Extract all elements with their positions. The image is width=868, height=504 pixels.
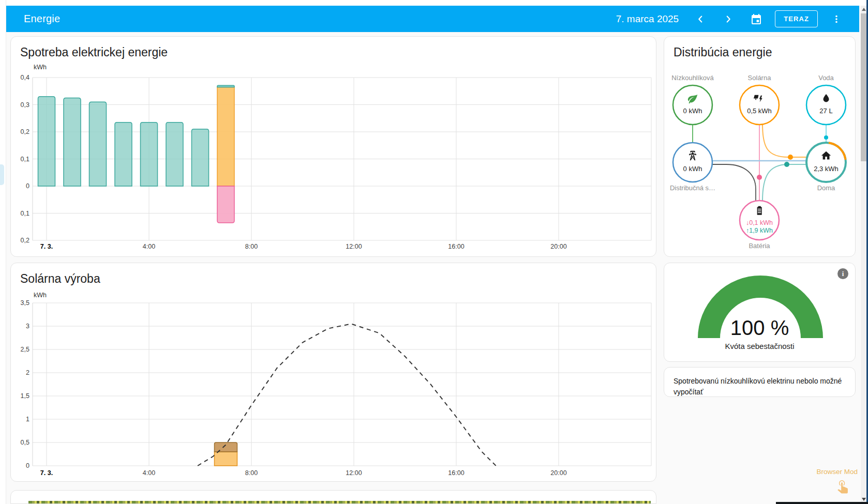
flow-solar-home bbox=[762, 124, 806, 157]
scrollbar-down-arrow[interactable] bbox=[862, 498, 866, 501]
svg-text:3: 3 bbox=[26, 323, 29, 330]
svg-text:20:00: 20:00 bbox=[550, 469, 566, 477]
bar-spotreba bbox=[38, 97, 55, 186]
scrollbar[interactable] bbox=[861, 6, 866, 504]
svg-text:1: 1 bbox=[26, 416, 29, 423]
svg-text:12:00: 12:00 bbox=[346, 243, 362, 250]
svg-text:7. 3.: 7. 3. bbox=[40, 243, 53, 250]
svg-text:20:00: 20:00 bbox=[550, 243, 566, 250]
date-label: 7. marca 2025 bbox=[616, 13, 679, 25]
calendar-button[interactable] bbox=[747, 10, 766, 28]
battery-icon bbox=[757, 206, 762, 215]
water-value: 27 L bbox=[819, 107, 832, 115]
flow-dot-water bbox=[824, 135, 828, 140]
scrollbar-thumb[interactable] bbox=[861, 13, 866, 161]
svg-text:0,2: 0,2 bbox=[21, 128, 29, 135]
browser-mod-indicator: Browser Mod bbox=[797, 468, 858, 496]
bar-spotreba bbox=[166, 123, 183, 186]
svg-text:0,3: 0,3 bbox=[21, 101, 29, 109]
grid-value: 0 kWh bbox=[683, 165, 702, 173]
flow-dot-solar-battery bbox=[757, 175, 762, 180]
next-card-partial bbox=[10, 490, 656, 504]
notice-text: Spotrebovanú nízkouhlíkovú elektrinu neb… bbox=[664, 368, 855, 398]
svg-text:4:00: 4:00 bbox=[143, 243, 155, 250]
bar-spotreba bbox=[115, 123, 132, 186]
flow-battery-home bbox=[762, 164, 806, 201]
svg-text:0,4: 0,4 bbox=[21, 74, 29, 81]
chevron-left-icon bbox=[695, 13, 706, 25]
svg-text:2: 2 bbox=[26, 369, 29, 376]
calendar-icon bbox=[750, 13, 762, 25]
solar-node bbox=[740, 85, 779, 125]
svg-text:kWh: kWh bbox=[34, 64, 47, 71]
solar-bar-segment bbox=[215, 452, 237, 466]
svg-text:0: 0 bbox=[26, 462, 29, 469]
svg-text:0,5: 0,5 bbox=[21, 439, 29, 446]
svg-text:12:00: 12:00 bbox=[346, 469, 362, 477]
grid-node bbox=[673, 143, 712, 182]
info-icon[interactable]: i bbox=[837, 268, 848, 279]
water-node bbox=[806, 85, 846, 125]
self-sufficiency-gauge-card: i 100 % Kvóta sebestačnosti bbox=[664, 263, 856, 362]
svg-text:0,1: 0,1 bbox=[21, 210, 29, 217]
bar-nabijanie-baterie bbox=[217, 186, 234, 223]
chevron-right-icon bbox=[723, 13, 734, 25]
next-period-button[interactable] bbox=[719, 10, 738, 28]
lowcarbon-value: 0 kWh bbox=[683, 107, 702, 115]
drawer-handle[interactable] bbox=[0, 164, 4, 185]
gauge-value: 100 % bbox=[664, 316, 855, 340]
consumption-chart: 0,40,30,20,100,10,27. 3.4:008:0012:0016:… bbox=[11, 37, 656, 256]
svg-text:kWh: kWh bbox=[34, 292, 47, 299]
overflow-menu-button[interactable] bbox=[827, 10, 846, 28]
consumption-card: Spotreba elektrickej energie 0,40,30,20,… bbox=[10, 36, 656, 257]
svg-text:2,5: 2,5 bbox=[21, 346, 29, 353]
bar-solarna-spotreba bbox=[217, 87, 234, 186]
water-label: Voda bbox=[818, 74, 834, 82]
bar-spotreba bbox=[141, 123, 158, 186]
solar-forecast-line bbox=[198, 324, 496, 466]
scrollbar-up-arrow[interactable] bbox=[862, 8, 866, 11]
svg-text:0,2: 0,2 bbox=[21, 237, 29, 244]
prev-period-button[interactable] bbox=[691, 10, 710, 28]
kebab-menu-icon bbox=[831, 13, 842, 25]
window-bottom-edge bbox=[776, 502, 868, 504]
solar-card-title: Solárna výroba bbox=[11, 263, 656, 286]
solar-label: Solárna bbox=[748, 74, 772, 82]
distribution-card: Distribúcia energie Nízkouhlíková 0 kWh … bbox=[664, 36, 856, 257]
svg-text:4:00: 4:00 bbox=[143, 469, 155, 477]
solar-value: 0,5 kWh bbox=[747, 107, 772, 115]
distribution-card-title: Distribúcia energie bbox=[664, 37, 855, 59]
sidebar-edge bbox=[0, 0, 6, 504]
svg-text:16:00: 16:00 bbox=[448, 469, 464, 477]
svg-text:7. 3.: 7. 3. bbox=[40, 469, 53, 477]
page-title: Energie bbox=[24, 13, 60, 25]
notice-card: Spotrebovanú nízkouhlíkovú elektrinu neb… bbox=[664, 367, 856, 397]
battery-label: Batéria bbox=[749, 242, 770, 250]
browser-mod-label: Browser Mod bbox=[797, 468, 858, 476]
svg-text:3,5: 3,5 bbox=[21, 299, 29, 307]
svg-text:0: 0 bbox=[26, 182, 29, 190]
svg-text:1,5: 1,5 bbox=[21, 392, 29, 400]
home-label: Doma bbox=[817, 184, 835, 192]
bar-spotreba bbox=[192, 129, 209, 186]
flow-dot-solar-home bbox=[788, 155, 793, 160]
svg-text:0,1: 0,1 bbox=[21, 156, 29, 163]
window-top-strip bbox=[0, 0, 866, 6]
svg-text:8:00: 8:00 bbox=[245, 469, 258, 477]
consumption-card-title: Spotreba elektrickej energie bbox=[11, 37, 656, 59]
app-header: Energie 7. marca 2025 TERAZ bbox=[6, 6, 859, 32]
next-card-chart-sliver bbox=[28, 501, 651, 503]
lowcarbon-label: Nízkouhlíková bbox=[671, 74, 714, 82]
lowcarbon-node bbox=[673, 85, 712, 125]
solar-bar-segment bbox=[215, 442, 237, 452]
bar-spotreba bbox=[64, 98, 81, 186]
distribution-diagram: Nízkouhlíková 0 kWh Solárna 0,5 kWh Voda… bbox=[664, 37, 855, 256]
gauge-label: Kvóta sebestačnosti bbox=[664, 342, 855, 350]
grid-label: Distribučná s… bbox=[670, 184, 715, 192]
app-window: Energie 7. marca 2025 TERAZ bbox=[0, 0, 868, 504]
gesture-tap-icon bbox=[834, 477, 851, 494]
home-value: 2,3 kWh bbox=[814, 165, 839, 173]
svg-text:8:00: 8:00 bbox=[245, 243, 258, 250]
svg-text:16:00: 16:00 bbox=[448, 243, 464, 250]
now-button[interactable]: TERAZ bbox=[775, 10, 818, 27]
